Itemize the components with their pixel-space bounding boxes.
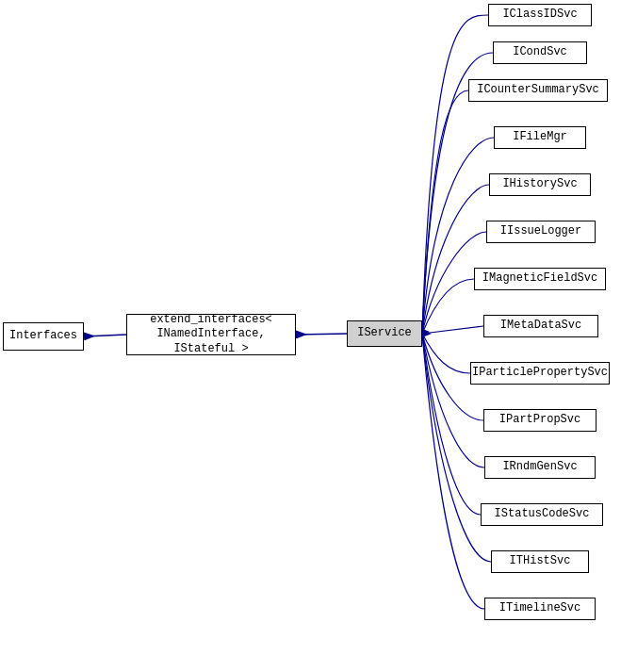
node-IParticlePropertySvc: IParticlePropertySvc [470, 362, 610, 385]
node-IMagneticFieldSvc: IMagneticFieldSvc [474, 268, 606, 290]
diagram-container: Interfaces extend_interfaces< INamedInte… [0, 0, 621, 672]
node-interfaces: Interfaces [3, 322, 84, 351]
node-IIssueLogger: IIssueLogger [486, 221, 596, 243]
edge-extend-to-interfaces [84, 335, 126, 336]
node-IHistorySvc: IHistorySvc [489, 173, 591, 196]
node-IMetaDataSvc: IMetaDataSvc [483, 315, 598, 337]
edge-imetadatasvc [422, 326, 483, 334]
node-extend-interfaces: extend_interfaces< INamedInterface, ISta… [126, 314, 296, 355]
extend-interfaces-label: extend_interfaces< INamedInterface, ISta… [133, 313, 289, 357]
node-IRndmGenSvc: IRndmGenSvc [484, 456, 596, 479]
node-IClassIDSvc: IClassIDSvc [488, 4, 592, 26]
node-IStatusCodeSvc: IStatusCodeSvc [481, 503, 603, 526]
node-ICondSvc: ICondSvc [493, 41, 587, 64]
node-ITHistSvc: ITHistSvc [491, 550, 589, 573]
node-IFileMgr: IFileMgr [494, 126, 586, 149]
node-IPartPropSvc: IPartPropSvc [483, 409, 596, 432]
node-iservice: IService [347, 320, 422, 347]
node-ITimelineSvc: ITimelineSvc [484, 598, 596, 620]
edge-ifilemgr [422, 138, 494, 334]
node-ICounterSummarySvc: ICounterSummarySvc [468, 79, 608, 102]
edge-iservice-to-extend [296, 334, 347, 335]
